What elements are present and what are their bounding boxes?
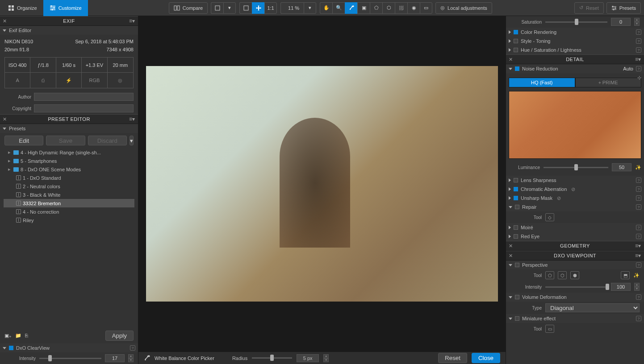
duplicate-preset-icon[interactable]: ⎘ [25,333,28,339]
bottom-reset-button[interactable]: Reset [438,353,467,363]
panel-menu-icon[interactable]: ≡▾ [635,252,641,259]
presets-button[interactable]: Presets [606,2,641,14]
preset-dropdown-button[interactable]: ▾ [130,136,134,145]
close-icon[interactable]: ✕ [3,18,7,24]
panel-menu-icon[interactable]: ≡▾ [129,18,135,24]
help-icon[interactable]: ? [636,195,641,201]
preset-save-button[interactable]: Save [46,136,85,145]
view-single-button[interactable] [211,2,223,14]
red-eye-header[interactable]: Red Eye? [506,232,644,241]
copyright-input[interactable] [34,104,134,112]
wand-icon[interactable]: ✨ [635,165,641,170]
stepper-up[interactable]: ▲ [128,354,134,358]
unsharp-mask-header[interactable]: Unsharp Mask⊘? [506,194,644,203]
preset-tree-item[interactable]: 3 - Black & White [4,190,134,199]
panel-menu-icon[interactable]: ≡▾ [635,243,641,249]
local-adjustments-button[interactable]: ◎ Local adjustments [435,2,492,14]
help-icon[interactable]: ? [636,204,641,210]
presets-section-header[interactable]: Presets [0,124,138,133]
zoom-11-button[interactable]: 1:1 [264,2,277,14]
close-icon[interactable]: ✕ [3,116,7,122]
author-input[interactable] [34,93,134,101]
lens-sharpness-header[interactable]: Lens Sharpness? [506,176,644,185]
persp-tool-3[interactable]: ⬢ [570,271,579,279]
radius-value[interactable]: 5 px [297,354,319,362]
style-toning-header[interactable]: Style - Toning? [506,37,644,46]
preset-tree-item[interactable]: ▸5 - Smartphones [4,157,134,165]
stepper-up[interactable]: ▲ [634,283,640,287]
vd-type-select[interactable]: Diagonal [545,303,640,312]
help-icon[interactable]: ? [636,38,641,44]
repair-header[interactable]: Repair? [506,203,644,211]
picker-tool-button[interactable] [345,2,357,14]
stepper-down[interactable]: ▼ [128,358,134,362]
preset-tree-item[interactable]: 4 - No correction [4,207,134,216]
preset-edit-button[interactable]: Edit [4,136,43,145]
preset-tree-item[interactable]: 1 - DxO Standard [4,174,134,182]
persp-intensity-slider[interactable] [545,286,607,288]
luminance-slider[interactable] [544,167,608,168]
auto-label[interactable]: Auto [623,66,633,71]
clearview-toggle[interactable] [9,346,13,350]
preset-tree-item[interactable]: Riley [4,216,134,224]
help-icon[interactable]: ? [636,234,641,239]
repair-tool-button[interactable]: ⛆ [395,2,407,14]
repair-toggle[interactable] [515,205,519,209]
wand-icon[interactable]: ✨ [633,273,640,278]
miniature-toggle[interactable] [515,316,519,321]
volume-deformation-toggle[interactable] [515,295,519,299]
preset-tree-item[interactable]: ▸8 - DxO ONE Scene Modes [4,165,134,174]
red-eye-toggle[interactable] [514,234,518,239]
persp-tool-2[interactable]: ⬡ [558,271,567,279]
perspective-toggle[interactable] [515,263,519,267]
panel-menu-icon[interactable]: ≡▾ [635,56,641,62]
hsl-toggle[interactable] [514,48,518,52]
close-icon[interactable]: ✕ [509,57,513,62]
luminance-value[interactable]: 50 [612,163,631,171]
perspective-tool-button[interactable]: ⬠ [370,2,382,14]
exif-editor-header[interactable]: Exif Editor [0,26,138,35]
unsharp-mask-toggle[interactable] [514,196,518,200]
help-icon[interactable]: ? [636,66,641,71]
stepper-down[interactable]: ▼ [634,22,640,26]
noise-reduction-toggle[interactable] [515,66,519,71]
zoom-percent-display[interactable]: 11 % [280,2,304,14]
help-icon[interactable]: ? [636,294,641,300]
lens-sharpness-toggle[interactable] [514,178,518,182]
mini-tool-button[interactable]: ▭ [420,2,432,14]
pin-icon[interactable]: ⊹ [637,75,641,81]
zoom-tool-button[interactable]: 🔍 [332,2,345,14]
canvas-area[interactable] [138,16,506,352]
move-tool-button[interactable] [252,2,264,14]
tab-organize[interactable]: Organize [2,0,43,16]
photo-preview[interactable] [146,66,498,302]
preset-tree-item[interactable]: 2 - Neutral colors [4,182,134,190]
style-toning-toggle[interactable] [514,39,518,43]
new-preset-icon[interactable]: ▣₊ [4,333,12,339]
preset-discard-button[interactable]: Discard [88,136,127,145]
saturation-value[interactable]: 0 [611,18,631,26]
preset-apply-button[interactable]: Apply [105,331,134,341]
hsl-header[interactable]: Hue / Saturation / Lightness? [506,46,644,54]
crop-tool-button[interactable]: ▣ [357,2,370,14]
help-icon[interactable]: ? [636,178,641,183]
close-icon[interactable]: ✕ [509,253,513,259]
stepper-down[interactable]: ▼ [323,358,329,362]
reset-button[interactable]: ↺ Reset [574,2,604,14]
perspective-header[interactable]: Perspective? [506,261,644,269]
help-icon[interactable]: ? [636,262,641,268]
stepper-up[interactable]: ▲ [634,18,640,22]
moire-toggle[interactable] [514,225,518,230]
help-icon[interactable]: ? [636,47,641,53]
help-icon[interactable]: ? [130,345,135,351]
preset-tree-item[interactable]: 33322 Bremerton [4,199,134,207]
preset-tree-item[interactable]: ▸4 - High Dynamic Range (single-sh... [4,148,134,157]
horizon-tool-button[interactable]: ⬡ [382,2,395,14]
volume-deformation-header[interactable]: Volume Deformation? [506,293,644,302]
stepper-up[interactable]: ▲ [323,354,329,358]
help-icon[interactable]: ? [636,29,641,35]
help-icon[interactable]: ? [636,225,641,230]
chromatic-aberration-header[interactable]: Chromatic Aberration⊘? [506,185,644,194]
bottom-close-button[interactable]: Close [472,353,500,363]
help-icon[interactable]: ? [636,186,641,192]
